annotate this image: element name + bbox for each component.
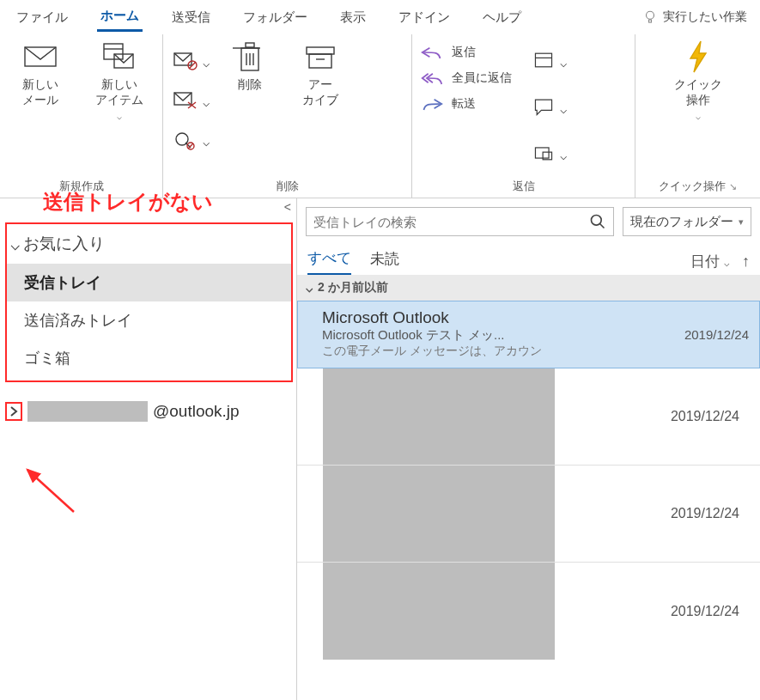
new-mail-button[interactable]: 新しい メール (9, 40, 72, 121)
favorites-label: お気に入り (23, 233, 105, 255)
ignore-icon (172, 47, 198, 73)
message-date: 2019/12/24 (671, 409, 739, 424)
more-icon (532, 142, 555, 164)
chevron-down-icon: ⌵ (117, 112, 122, 121)
search-scope-dropdown[interactable]: 現在のフォルダー ▾ (623, 207, 751, 236)
favorites-header[interactable]: ⌵ お気に入り (7, 229, 291, 264)
chevron-right-icon (9, 405, 19, 417)
archive-button[interactable]: アー カイブ (289, 40, 352, 156)
sort-direction-button[interactable]: ↑ (742, 253, 750, 271)
envelope-icon (23, 40, 58, 74)
more-reply-button[interactable]: ⌵ (532, 136, 568, 170)
message-subject: Microsoft Outlook テスト メッ... (322, 327, 684, 344)
message-content-masked (323, 466, 555, 562)
search-input[interactable] (313, 215, 589, 229)
annotation-text: 送信トレイがない (0, 188, 213, 219)
menu-sendreceive[interactable]: 送受信 (168, 4, 214, 31)
chevron-down-icon: ⌵ (10, 234, 20, 254)
cleanup-button[interactable]: ⌵ (172, 82, 211, 117)
sort-by[interactable]: 日付 ⌵ (690, 252, 730, 271)
bulb-icon (642, 9, 658, 25)
group-header[interactable]: ⌵ 2 か月前以前 (297, 275, 760, 301)
folder-sent[interactable]: 送信済みトレイ (7, 301, 291, 339)
svg-point-0 (647, 11, 654, 19)
chevron-down-icon: ⌵ (696, 112, 701, 121)
reply-label: 返信 (452, 45, 476, 60)
archive-icon (303, 40, 337, 74)
menu-view[interactable]: 表示 (337, 4, 369, 31)
reply-all-label: 全員に返信 (452, 70, 512, 86)
tell-me-search[interactable]: 実行したい作業 (642, 9, 747, 25)
calendar-mail-icon (102, 40, 137, 74)
svg-rect-22 (309, 54, 331, 68)
menu-folder[interactable]: フォルダー (240, 4, 311, 31)
new-mail-label: 新しい メール (22, 77, 58, 108)
delete-button[interactable]: 削除 (218, 40, 282, 156)
message-item[interactable]: 2019/12/24 (297, 563, 760, 660)
chevron-down-icon: ⌵ (203, 135, 211, 143)
chevron-down-icon: ⌵ (306, 281, 313, 295)
search-icon[interactable] (589, 213, 606, 230)
forward-icon (421, 97, 443, 111)
account-suffix: @outlook.jp (153, 402, 240, 421)
message-item[interactable]: Microsoft Outlook Microsoft Outlook テスト … (297, 301, 760, 368)
tab-unread[interactable]: 未読 (370, 249, 399, 274)
menu-file[interactable]: ファイル (13, 4, 71, 31)
expand-account-button[interactable] (5, 402, 22, 421)
new-items-label: 新しい アイテム (95, 77, 143, 108)
svg-marker-28 (690, 41, 706, 72)
search-box[interactable] (306, 207, 614, 236)
message-item[interactable]: 2019/12/24 (297, 466, 760, 563)
svg-rect-3 (104, 44, 123, 59)
chevron-down-icon: ⌵ (203, 56, 211, 64)
menu-help[interactable]: ヘルプ (479, 4, 525, 31)
message-content-masked (323, 563, 555, 660)
message-date: 2019/12/24 (671, 506, 739, 521)
forward-button[interactable]: 転送 (421, 96, 512, 112)
svg-rect-20 (246, 43, 254, 47)
collapse-nav-icon[interactable]: < (284, 200, 291, 214)
account-name-masked (27, 401, 148, 422)
reply-all-button[interactable]: 全員に返信 (421, 70, 512, 86)
reply-icon (421, 46, 443, 59)
message-content-masked (323, 368, 555, 465)
folder-inbox[interactable]: 受信トレイ (7, 264, 291, 301)
svg-line-31 (600, 224, 605, 228)
message-date: 2019/12/24 (684, 327, 749, 344)
chevron-down-icon: ⌵ (560, 102, 568, 111)
ignore-button[interactable]: ⌵ (172, 43, 211, 77)
message-item[interactable]: 2019/12/24 (297, 368, 760, 466)
forward-label: 転送 (452, 96, 476, 112)
new-items-button[interactable]: 新しい アイテム ⌵ (88, 40, 151, 121)
arrow-annotation (22, 465, 91, 516)
message-date: 2019/12/24 (671, 604, 739, 619)
chevron-down-icon: ⌵ (203, 95, 211, 104)
menu-addin[interactable]: アドイン (395, 4, 453, 31)
chevron-down-icon: ⌵ (560, 56, 568, 64)
delete-label: 削除 (238, 77, 262, 93)
cleanup-icon (172, 87, 198, 113)
quick-ops-button[interactable]: クイック 操作 ⌵ (666, 40, 730, 121)
lightning-icon (681, 40, 715, 74)
svg-point-30 (592, 216, 602, 226)
svg-rect-2 (25, 47, 56, 66)
chevron-down-icon: ⌵ (724, 258, 730, 268)
dialog-launcher-icon[interactable]: ↘ (729, 181, 737, 192)
tab-all[interactable]: すべて (307, 248, 351, 275)
svg-line-29 (27, 470, 74, 512)
message-preview: この電子メール メッセージは、アカウン (322, 344, 749, 359)
folder-trash[interactable]: ゴミ箱 (7, 339, 291, 377)
meeting-button[interactable]: ⌵ (532, 43, 568, 77)
reply-group-label: 返信 (421, 175, 626, 196)
chevron-down-icon: ⌵ (560, 149, 568, 157)
menu-home[interactable]: ホーム (97, 3, 143, 32)
archive-label: アー カイブ (302, 77, 338, 108)
junk-button[interactable]: ⌵ (172, 122, 211, 156)
meeting-icon (532, 49, 555, 71)
svg-rect-26 (535, 148, 549, 158)
favorites-box-annotation: ⌵ お気に入り 受信トレイ 送信済みトレイ ゴミ箱 (5, 222, 293, 382)
svg-rect-24 (535, 53, 551, 67)
reply-button[interactable]: 返信 (421, 45, 512, 60)
im-button[interactable]: ⌵ (532, 89, 568, 124)
svg-rect-1 (649, 20, 652, 22)
